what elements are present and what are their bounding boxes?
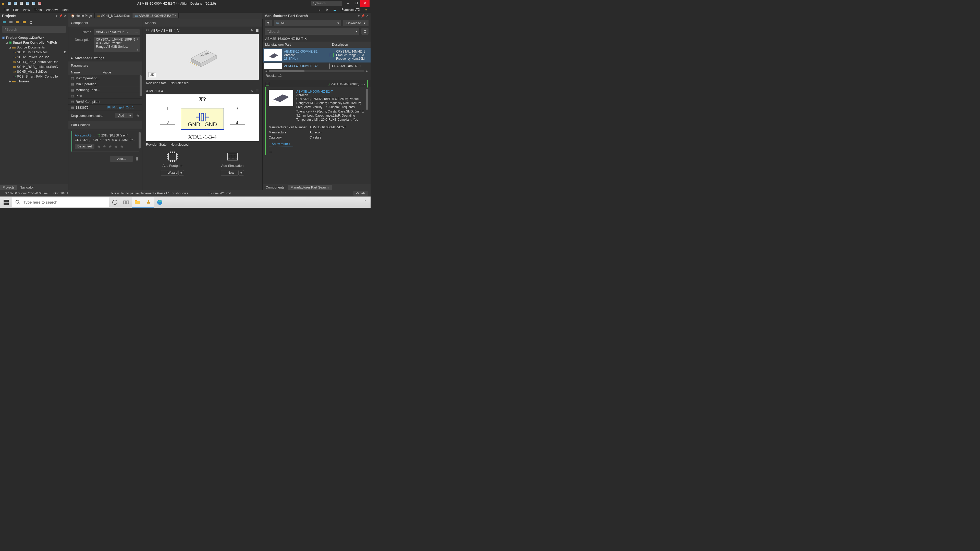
panel-close-icon[interactable]: ✕ bbox=[64, 14, 66, 17]
account-label[interactable]: Fermium LTD bbox=[339, 7, 362, 12]
close-button[interactable]: ✕ bbox=[360, 0, 369, 6]
titlebar-search-input[interactable] bbox=[316, 2, 336, 5]
param-row[interactable]: ▤Min Operating... bbox=[68, 81, 142, 87]
detail-scrollbar[interactable] bbox=[366, 89, 368, 110]
proj-icon-3[interactable] bbox=[16, 20, 19, 24]
mps-result-row[interactable]: ABM3B-16.000MHZ-B2 Abracon 23 SPNs ▾ CRY… bbox=[262, 48, 371, 62]
remove-chip-icon[interactable]: ✕ bbox=[304, 37, 307, 41]
task-view-icon[interactable] bbox=[121, 197, 132, 208]
more-dots-icon[interactable]: ⋯ bbox=[135, 30, 138, 34]
project-node[interactable]: ◢▣Smart Fan Controller.PrjPcb bbox=[2, 40, 66, 45]
qa-icon-3[interactable] bbox=[19, 1, 24, 5]
panel-dropdown-icon[interactable]: ▾ bbox=[56, 14, 57, 17]
source-docs-folder[interactable]: ◢▬Source Documents bbox=[2, 45, 66, 50]
projects-search[interactable] bbox=[2, 26, 66, 33]
menu-help[interactable]: Help bbox=[60, 7, 71, 12]
menu-edit[interactable]: Edit bbox=[11, 7, 21, 12]
menu-file[interactable]: File bbox=[2, 7, 11, 12]
tree-doc[interactable]: ▭SCH3_Fan_Control.SchDoc bbox=[2, 59, 66, 64]
qa-icon-5[interactable] bbox=[32, 1, 36, 5]
qa-icon-6[interactable] bbox=[38, 1, 42, 5]
param-row[interactable]: ▤Mounting Tech... bbox=[68, 87, 142, 93]
panel-dropdown-icon[interactable]: ▾ bbox=[358, 14, 360, 17]
proj-icon-4[interactable] bbox=[22, 20, 26, 24]
add-footprint-dropdown[interactable]: ▾ bbox=[179, 170, 184, 176]
param-row[interactable]: ▤18836751883675 (pdf, 275.1 bbox=[68, 105, 142, 110]
panel-pin-icon[interactable]: 📌 bbox=[59, 14, 62, 17]
tab-home[interactable]: 🏠Home Page bbox=[68, 13, 95, 18]
tree-doc[interactable]: ▭SCH1_MCU.SchDocD bbox=[2, 50, 66, 55]
menu-icon[interactable]: ☰ bbox=[256, 89, 259, 93]
show-more-link[interactable]: Show More▾ bbox=[269, 141, 293, 146]
part-spn-link[interactable]: 23 SPNs bbox=[284, 57, 296, 60]
panels-button[interactable]: Panels bbox=[353, 191, 368, 196]
taskbar-search[interactable]: Type here to search bbox=[12, 197, 109, 207]
proj-icon-1[interactable] bbox=[3, 20, 6, 24]
tree-doc[interactable]: ▭SCH4_RGB_Indicator.SchD bbox=[2, 64, 66, 69]
maximize-button[interactable]: ❐ bbox=[352, 0, 360, 6]
gear-icon[interactable]: ⚙ bbox=[323, 7, 330, 12]
settings-button[interactable]: ⚙ bbox=[361, 28, 369, 35]
rating-stars[interactable]: ★ ★ ★ ★ ★ bbox=[97, 144, 124, 149]
edit-icon[interactable]: ✎ bbox=[250, 29, 253, 32]
scroll-right-icon[interactable]: ▶ bbox=[366, 70, 368, 73]
choices-scrollbar[interactable] bbox=[138, 132, 141, 148]
param-row[interactable]: ▤Max Operating... bbox=[68, 75, 142, 81]
datasheet-button[interactable]: Datasheet bbox=[75, 144, 94, 149]
home-icon[interactable]: ⌂ bbox=[317, 7, 322, 12]
menu-icon[interactable]: ☰ bbox=[256, 29, 259, 32]
footer-tab-components[interactable]: Components bbox=[262, 185, 288, 190]
choice-name[interactable]: Abracon ABM... bbox=[75, 134, 95, 137]
scroll-down-icon[interactable]: ▼ bbox=[137, 49, 139, 51]
project-group[interactable]: ▣Project Group 1.DsnWrk bbox=[2, 35, 66, 40]
model-schematic-preview[interactable]: X? GND GND 1 2 3 4 XTAL-1-3-4 bbox=[146, 94, 259, 141]
qa-icon-2[interactable] bbox=[13, 1, 18, 5]
mps-search-input[interactable] bbox=[269, 30, 356, 33]
proj-icon-2[interactable] bbox=[9, 20, 13, 24]
explorer-icon[interactable] bbox=[132, 197, 143, 208]
expand-icon[interactable]: ⌄⌄ bbox=[361, 82, 366, 86]
cortana-icon[interactable] bbox=[109, 197, 121, 208]
delete-choice-icon[interactable]: 🗑 bbox=[135, 157, 139, 161]
search-filter-chip[interactable]: ABM3B-16.000MHZ-B2-T✕ bbox=[262, 36, 371, 41]
menu-window[interactable]: Window bbox=[44, 7, 60, 12]
advanced-settings-toggle[interactable]: ▶Advanced Settings bbox=[68, 55, 142, 62]
menu-tools[interactable]: Tools bbox=[32, 7, 44, 12]
tab-component[interactable]: ▭ABM3B-16.000MHZ-B2-T * bbox=[132, 13, 179, 18]
chevron-down-icon[interactable]: ▾ bbox=[356, 30, 357, 33]
tree-doc[interactable]: ▭PCB_Smart_FAN_Controlle bbox=[2, 74, 66, 79]
horiz-scrollbar[interactable] bbox=[269, 70, 364, 72]
mps-search[interactable]: ▾ bbox=[265, 28, 360, 35]
mps-th-desc[interactable]: Description bbox=[332, 43, 368, 46]
tab-sch1[interactable]: ▭SCH1_MCU.SchDoc bbox=[95, 13, 132, 18]
add-param-button[interactable]: Add bbox=[115, 113, 127, 118]
add-footprint-button[interactable]: Wizard bbox=[161, 170, 179, 176]
panel-close-icon[interactable]: ✕ bbox=[366, 14, 369, 17]
altium-taskbar-icon[interactable] bbox=[143, 197, 154, 208]
scroll-left-icon[interactable]: ◀ bbox=[265, 70, 267, 73]
param-row[interactable]: ▤Pins bbox=[68, 93, 142, 99]
param-row[interactable]: ▤RoHS Compliant bbox=[68, 99, 142, 105]
add-simulation-dropdown[interactable]: ▾ bbox=[239, 170, 244, 176]
projects-search-input[interactable] bbox=[6, 27, 65, 32]
filter-button[interactable] bbox=[265, 20, 272, 26]
param-th-name[interactable]: Name bbox=[68, 70, 100, 74]
delete-param-icon[interactable]: 🗑 bbox=[136, 114, 140, 118]
add-param-dropdown[interactable]: ▾ bbox=[127, 113, 133, 118]
tree-doc[interactable]: ▭SCH5_Misc.SchDoc bbox=[2, 69, 66, 74]
account-avatar-icon[interactable]: ● bbox=[363, 7, 369, 12]
footer-tab-projects[interactable]: Projects bbox=[0, 185, 17, 190]
add-simulation-button[interactable]: New bbox=[221, 170, 239, 176]
param-scrollbar[interactable] bbox=[140, 75, 142, 96]
category-dropdown[interactable]: 🏷All▾ bbox=[274, 20, 341, 26]
edit-icon[interactable]: ✎ bbox=[250, 89, 253, 93]
mps-result-row[interactable]: ABM3B-48.000MHZ-B2 CRYSTAL, 48MHZ, 1 bbox=[262, 62, 371, 70]
edge-icon[interactable] bbox=[154, 197, 165, 208]
scroll-up-icon[interactable]: ▲ bbox=[137, 38, 139, 40]
cloud-icon[interactable]: ☁ bbox=[331, 7, 339, 12]
menu-view[interactable]: View bbox=[21, 7, 32, 12]
mps-th-part[interactable]: Manufacturer Part bbox=[265, 43, 332, 46]
desc-field[interactable]: CRYSTAL, 16MHZ, 18PF, 5 X 3.2MM; Product… bbox=[94, 37, 140, 52]
tray-chevron-icon[interactable]: ˆ bbox=[360, 197, 371, 208]
tree-doc[interactable]: ▭SCH2_Power.SchDoc bbox=[2, 55, 66, 59]
